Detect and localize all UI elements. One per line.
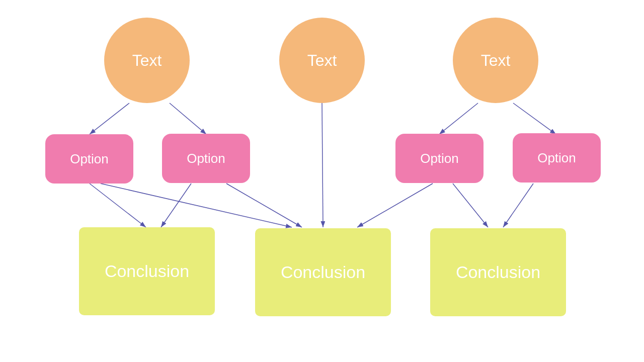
conclusion-node-2: Conclusion — [255, 228, 391, 316]
option-node-4: Option — [513, 133, 601, 183]
circle-label-2: Text — [307, 51, 337, 70]
svg-line-6 — [161, 184, 191, 227]
conclusion-node-3: Conclusion — [430, 228, 566, 316]
conclusion-node-1: Conclusion — [79, 227, 215, 315]
circle-label-1: Text — [132, 51, 162, 70]
diagram: Text Text Text Option Option Option Opti… — [0, 0, 644, 362]
conclusion-label-2: Conclusion — [281, 262, 365, 282]
option-label-3: Option — [420, 151, 459, 166]
conclusion-label-3: Conclusion — [456, 262, 540, 282]
svg-line-10 — [357, 184, 433, 227]
svg-line-3 — [322, 103, 323, 227]
option-node-1: Option — [45, 134, 133, 184]
circle-node-2: Text — [279, 18, 365, 103]
option-label-1: Option — [70, 151, 109, 167]
option-label-2: Option — [187, 151, 225, 166]
circle-node-3: Text — [453, 18, 538, 103]
conclusion-label-1: Conclusion — [105, 261, 189, 281]
svg-line-1 — [90, 103, 129, 134]
option-node-2: Option — [162, 134, 250, 183]
circle-node-1: Text — [104, 18, 190, 103]
svg-line-7 — [226, 184, 302, 227]
circle-label-3: Text — [481, 51, 511, 70]
svg-line-8 — [439, 103, 478, 134]
option-node-3: Option — [395, 134, 484, 183]
svg-line-11 — [453, 184, 488, 227]
option-label-4: Option — [537, 150, 576, 166]
svg-line-12 — [503, 184, 533, 227]
svg-line-9 — [513, 103, 556, 134]
svg-line-4 — [90, 184, 146, 227]
svg-line-5 — [101, 184, 292, 227]
svg-line-2 — [170, 103, 206, 134]
